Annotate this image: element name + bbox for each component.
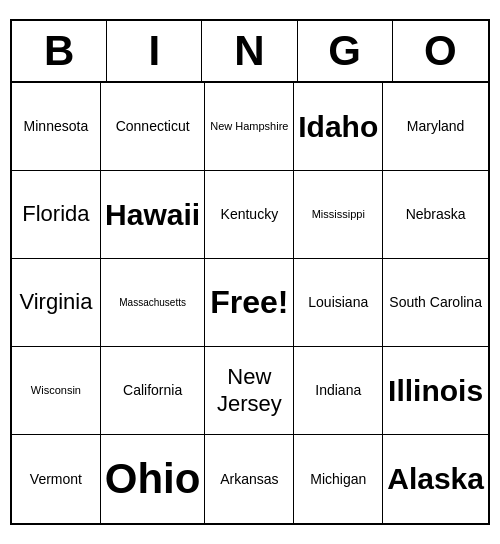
bingo-cell: Michigan	[294, 435, 383, 523]
bingo-cell: Minnesota	[12, 83, 101, 171]
bingo-cell: Wisconsin	[12, 347, 101, 435]
bingo-cell: Connecticut	[101, 83, 206, 171]
bingo-cell: Vermont	[12, 435, 101, 523]
header-letter: N	[202, 21, 297, 81]
header-letter: I	[107, 21, 202, 81]
bingo-cell: Free!	[205, 259, 294, 347]
bingo-cell: Maryland	[383, 83, 488, 171]
header-letter: O	[393, 21, 488, 81]
bingo-cell: Kentucky	[205, 171, 294, 259]
bingo-header: BINGO	[12, 21, 488, 83]
bingo-cell: Hawaii	[101, 171, 206, 259]
header-letter: B	[12, 21, 107, 81]
bingo-cell: Virginia	[12, 259, 101, 347]
bingo-cell: New Hampshire	[205, 83, 294, 171]
header-letter: G	[298, 21, 393, 81]
bingo-cell: Indiana	[294, 347, 383, 435]
bingo-cell: Idaho	[294, 83, 383, 171]
bingo-cell: Massachusetts	[101, 259, 206, 347]
bingo-cell: New Jersey	[205, 347, 294, 435]
bingo-grid: MinnesotaConnecticutNew HampshireIdahoMa…	[12, 83, 488, 523]
bingo-cell: Florida	[12, 171, 101, 259]
bingo-cell: South Carolina	[383, 259, 488, 347]
bingo-cell: Louisiana	[294, 259, 383, 347]
bingo-card: BINGO MinnesotaConnecticutNew HampshireI…	[10, 19, 490, 525]
bingo-cell: Illinois	[383, 347, 488, 435]
bingo-cell: California	[101, 347, 206, 435]
bingo-cell: Arkansas	[205, 435, 294, 523]
bingo-cell: Alaska	[383, 435, 488, 523]
bingo-cell: Nebraska	[383, 171, 488, 259]
bingo-cell: Ohio	[101, 435, 206, 523]
bingo-cell: Mississippi	[294, 171, 383, 259]
